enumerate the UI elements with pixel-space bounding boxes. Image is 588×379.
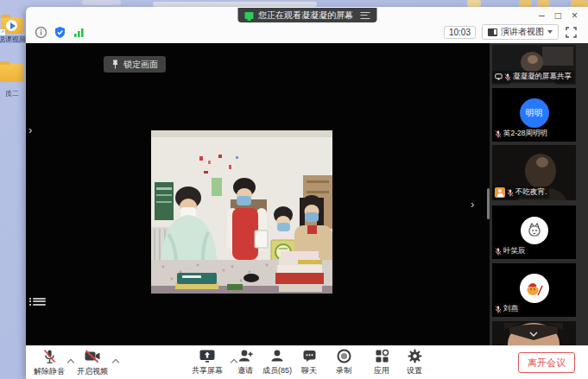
- apps-button[interactable]: 应用: [374, 349, 389, 376]
- pin-view-button[interactable]: 锁定画面: [104, 56, 166, 73]
- apps-grid-icon: [375, 349, 389, 363]
- record-label: 录制: [336, 365, 351, 376]
- chat-label: 聊天: [301, 365, 317, 376]
- security-shield-icon[interactable]: [54, 26, 66, 39]
- video-options-chevron[interactable]: [113, 358, 119, 364]
- start-video-label: 开启视频: [77, 366, 108, 377]
- left-expand-chevron[interactable]: ›: [28, 124, 32, 136]
- doodle-avatar-icon: [526, 222, 543, 239]
- annotation-list-icon[interactable]: [33, 296, 46, 307]
- screen-green-icon: [244, 12, 253, 19]
- participant-name: 刘燕: [503, 304, 518, 314]
- participant-label: 英2-28周明明: [492, 128, 550, 140]
- meeting-window: 您正在观看凝凝凝的屏幕 – □ × 10:03 演讲者视图: [26, 7, 588, 379]
- invite-button[interactable]: 邀请: [237, 349, 253, 376]
- notification-text: 您正在观看凝凝凝的屏幕: [258, 9, 353, 22]
- participant-tile[interactable]: 明明 英2-28周明明: [492, 88, 576, 142]
- avatar: 明明: [520, 98, 549, 128]
- chat-icon: [302, 349, 317, 363]
- desktop-icon-label: 说课视频: [0, 35, 27, 43]
- mic-muted-icon: [495, 306, 502, 313]
- mic-muted-icon: [495, 248, 502, 256]
- mic-options-chevron[interactable]: [68, 358, 74, 364]
- share-options-chevron[interactable]: [231, 358, 237, 364]
- invite-label: 邀请: [237, 365, 253, 376]
- start-video-button[interactable]: 开启视频: [77, 349, 108, 377]
- share-screen-icon: [199, 349, 216, 363]
- meeting-status-icons: [35, 26, 85, 39]
- desktop-folder-small-1[interactable]: [467, 0, 481, 7]
- settings-label: 设置: [407, 365, 422, 376]
- taskbar-blob: [82, 0, 121, 5]
- desktop-icon-folder[interactable]: 质二: [0, 64, 27, 98]
- shared-screen-stage: 锁定画面: [26, 43, 490, 345]
- members-label: 成员(85): [262, 365, 292, 376]
- desktop-folder-small-2[interactable]: [519, 0, 532, 7]
- play-icon: [6, 20, 17, 31]
- desktop-icon-label: 质二: [0, 90, 27, 98]
- hand-raised-icon: [495, 187, 505, 198]
- folder-icon: [0, 64, 24, 82]
- pin-icon: [111, 60, 119, 69]
- meeting-header-right: 10:03 演讲者视图: [444, 24, 578, 40]
- desktop-folder-small-3[interactable]: [537, 0, 550, 7]
- camera-off-icon: [84, 349, 101, 364]
- share-screen-label: 共享屏幕: [192, 365, 223, 376]
- network-signal-icon[interactable]: [73, 26, 85, 39]
- view-mode-button[interactable]: 演讲者视图: [482, 24, 559, 40]
- members-button[interactable]: 成员(85): [262, 349, 292, 376]
- leave-meeting-button[interactable]: 离开会议: [518, 352, 575, 373]
- window-controls: – □ ×: [539, 9, 578, 22]
- participant-tile[interactable]: 不吃夜宵.: [492, 145, 576, 200]
- avatar: [520, 274, 549, 303]
- share-screen-button[interactable]: 共享屏幕: [192, 349, 223, 376]
- desktop-icon-video-folder[interactable]: ↗ 说课视频: [0, 17, 27, 43]
- cartoon-avatar-icon: [524, 278, 545, 299]
- record-button[interactable]: 录制: [336, 349, 351, 376]
- participant-label: 叶笑辰: [492, 245, 528, 257]
- sidebar-collapse-chevron[interactable]: ›: [471, 199, 474, 211]
- participant-tile[interactable]: [492, 321, 576, 345]
- members-icon: [270, 349, 284, 363]
- mic-off-icon: [42, 349, 57, 364]
- avatar-initials: 明明: [526, 107, 543, 119]
- participant-name: 英2-28周明明: [503, 129, 547, 139]
- shortcut-arrow-icon: ↗: [0, 29, 5, 35]
- info-icon[interactable]: [35, 26, 47, 39]
- view-mode-label: 演讲者视图: [501, 26, 544, 38]
- shared-photo: [151, 130, 332, 294]
- unmute-button[interactable]: 解除静音: [34, 349, 65, 377]
- fullscreen-icon[interactable]: [565, 26, 578, 39]
- participant-sidebar: 凝凝凝的屏幕共享 明明 英2-28周明明: [490, 43, 588, 345]
- settings-button[interactable]: 设置: [407, 349, 422, 376]
- chevron-down-icon: [547, 30, 553, 34]
- participant-label: 不吃夜宵.: [492, 186, 549, 199]
- invite-person-icon: [237, 349, 253, 363]
- notification-menu-icon[interactable]: [360, 12, 370, 19]
- participant-name: 不吃夜宵.: [515, 187, 547, 198]
- avatar: [521, 217, 548, 244]
- folder-icon: ↗: [1, 17, 23, 34]
- unmute-label: 解除静音: [34, 366, 65, 377]
- mic-muted-icon: [507, 189, 514, 197]
- participant-tile[interactable]: 凝凝凝的屏幕共享: [492, 45, 576, 85]
- apps-label: 应用: [374, 365, 389, 376]
- chat-button[interactable]: 聊天: [301, 349, 317, 376]
- maximize-button[interactable]: □: [555, 9, 561, 22]
- participant-label: 刘燕: [492, 303, 521, 315]
- participant-name: 凝凝凝的屏幕共享: [513, 72, 572, 82]
- participant-tile[interactable]: 叶笑辰: [492, 205, 576, 259]
- record-icon: [337, 349, 351, 363]
- close-button[interactable]: ×: [572, 9, 578, 22]
- meeting-timer: 10:03: [444, 26, 476, 39]
- meeting-toolbar: 解除静音 开启视频 共享屏幕: [26, 345, 588, 379]
- minimize-button[interactable]: –: [539, 9, 545, 22]
- screen-share-notification[interactable]: 您正在观看凝凝凝的屏幕: [237, 8, 376, 22]
- screen-share-icon: [495, 73, 503, 80]
- pin-view-label: 锁定画面: [123, 59, 158, 71]
- participant-video: [492, 321, 576, 345]
- participant-label: 凝凝凝的屏幕共享: [492, 71, 574, 83]
- participant-name: 叶笑辰: [503, 246, 526, 256]
- mic-muted-icon: [495, 130, 502, 138]
- participant-tile[interactable]: 刘燕: [492, 263, 576, 317]
